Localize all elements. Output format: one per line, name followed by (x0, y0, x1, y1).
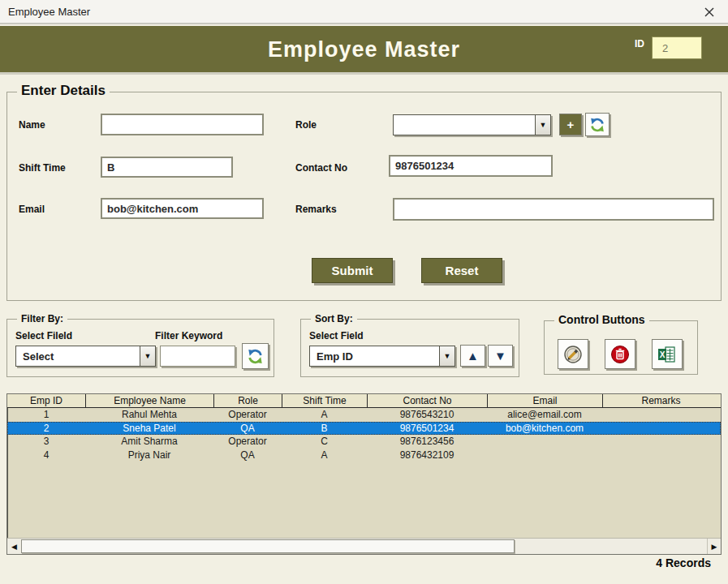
employee-master-window: Employee Master Employee Master ID 2 Ent… (0, 0, 728, 584)
sort-by-frame: Sort By: Select Field Emp ID ▼ ▲ ▼ (300, 319, 519, 377)
shift-time-input[interactable] (101, 157, 233, 178)
sort-field-label: Select Field (309, 330, 364, 341)
sort-up-icon: ▲ (467, 350, 479, 362)
table-body: 1Rahul MehtaOperatorA9876543210alice@ema… (7, 408, 721, 462)
delete-trash-icon (610, 345, 630, 364)
filter-field-combobox[interactable]: Select ▼ (15, 346, 156, 367)
email-input[interactable] (101, 198, 264, 219)
table-row[interactable]: 2Sneha PatelQAB9876501234bob@kitchen.com (7, 422, 721, 436)
table-row[interactable]: 1Rahul MehtaOperatorA9876543210alice@ema… (7, 408, 721, 422)
table-cell: 2 (7, 422, 85, 436)
filter-by-frame: Filter By: Select Fileld Filter Keyword … (6, 319, 274, 377)
table-header-cell: Remarks (602, 394, 719, 407)
delete-button[interactable] (605, 339, 635, 369)
role-dropdown-button[interactable]: ▼ (535, 115, 550, 135)
email-label: Email (19, 204, 45, 215)
sort-by-title: Sort By: (311, 313, 357, 324)
scroll-left-icon: ◀ (11, 543, 17, 551)
filter-field-label: Select Fileld (15, 330, 72, 341)
sort-field-combobox[interactable]: Emp ID ▼ (309, 346, 455, 367)
table-header-cell: Emp ID (7, 394, 85, 407)
scroll-right-button[interactable]: ▶ (707, 539, 721, 554)
role-combobox[interactable]: ▼ (393, 114, 551, 135)
table-cell: Priya Nair (85, 449, 213, 462)
table-cell (602, 435, 719, 449)
table-cell: B (282, 422, 367, 436)
refresh-role-button[interactable] (585, 113, 610, 136)
sort-down-icon: ▼ (494, 350, 506, 362)
chevron-down-icon: ▼ (444, 352, 451, 360)
table-cell: QA (213, 449, 282, 462)
name-label: Name (19, 119, 45, 131)
add-role-button[interactable]: + (559, 114, 582, 135)
edit-button[interactable] (558, 339, 588, 369)
table-cell: 9876123456 (367, 435, 487, 449)
close-icon (704, 6, 715, 18)
export-excel-button[interactable]: X (652, 339, 683, 369)
table-cell: QA (213, 422, 282, 436)
remarks-label: Remarks (295, 204, 337, 215)
header-band: Employee Master ID 2 (0, 26, 728, 75)
sort-field-value: Emp ID (310, 346, 439, 366)
scroll-left-button[interactable]: ◀ (7, 539, 21, 554)
table-cell: Operator (213, 408, 282, 422)
table-row[interactable]: 3Amit SharmaOperatorC9876123456 (7, 435, 721, 449)
reset-button[interactable]: Reset (421, 258, 502, 283)
scrollbar-thumb[interactable] (21, 539, 515, 553)
table-cell: Sneha Patel (85, 422, 213, 436)
scroll-right-icon: ▶ (712, 543, 717, 551)
role-combobox-value (394, 115, 535, 135)
table-cell (487, 435, 602, 449)
table-cell: bob@kitchen.com (487, 422, 602, 436)
table-header-cell: Role (213, 394, 282, 407)
table-header-cell: Email (487, 394, 602, 407)
svg-text:X: X (660, 350, 666, 359)
plus-icon: + (567, 118, 575, 131)
control-buttons-frame: Control Buttons (544, 320, 698, 375)
title-bar: Employee Master (0, 0, 728, 24)
table-header-cell: Employee Name (85, 394, 213, 407)
sort-descending-button[interactable]: ▼ (488, 345, 513, 367)
edit-pencil-icon (563, 345, 583, 364)
table-cell (487, 449, 602, 462)
name-input[interactable] (101, 114, 264, 135)
table-cell: C (282, 435, 367, 449)
table-cell (602, 422, 719, 436)
sort-dropdown-button[interactable]: ▼ (439, 346, 454, 366)
table-cell: Amit Sharma (85, 435, 213, 449)
filter-keyword-input[interactable] (160, 346, 235, 367)
id-label: ID (635, 38, 644, 49)
table-cell (602, 408, 719, 422)
submit-button[interactable]: Submit (312, 258, 393, 283)
excel-icon: X (657, 345, 678, 364)
employee-table[interactable]: Emp IDEmployee NameRoleShift TimeContact… (6, 393, 722, 555)
filter-dropdown-button[interactable]: ▼ (140, 346, 155, 366)
record-count: 4 Records (656, 556, 711, 569)
close-button[interactable] (699, 2, 720, 22)
table-row[interactable]: 4Priya NairQAA9876432109 (7, 449, 721, 462)
filter-by-title: Filter By: (17, 313, 67, 324)
table-cell: 9876501234 (367, 422, 487, 436)
contact-no-input[interactable] (389, 155, 553, 177)
table-header: Emp IDEmployee NameRoleShift TimeContact… (7, 394, 721, 408)
table-cell: Rahul Mehta (85, 408, 213, 422)
table-cell: 9876543210 (367, 408, 487, 422)
apply-filter-button[interactable] (242, 343, 269, 369)
chevron-down-icon: ▼ (540, 121, 547, 129)
table-cell: 1 (7, 408, 85, 422)
sort-ascending-button[interactable]: ▲ (460, 345, 485, 367)
enter-details-frame: Enter Details Name Role ▼ + Shift Time C… (6, 92, 722, 301)
window-title: Employee Master (8, 6, 90, 18)
table-cell (602, 449, 719, 462)
filter-field-value: Select (16, 346, 140, 366)
page-title: Employee Master (0, 37, 728, 62)
table-cell: alice@email.com (487, 408, 602, 422)
refresh-icon (247, 348, 264, 365)
id-field[interactable]: 2 (652, 36, 702, 59)
remarks-input[interactable] (393, 198, 714, 221)
table-cell: A (282, 449, 367, 462)
enter-details-title: Enter Details (17, 83, 110, 99)
table-header-cell: Shift Time (282, 394, 367, 407)
horizontal-scrollbar[interactable]: ◀ ▶ (7, 538, 721, 554)
control-buttons-title: Control Buttons (554, 313, 649, 326)
